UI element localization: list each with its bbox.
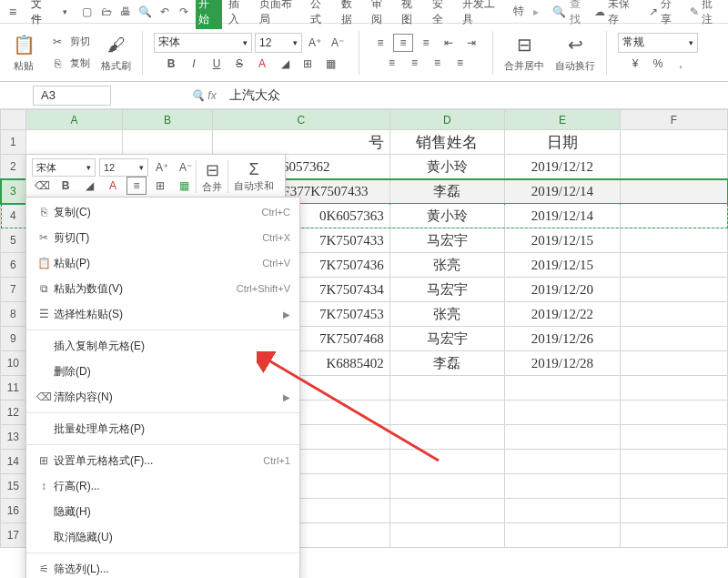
tab-overflow-icon[interactable]: ▸ [531, 4, 541, 20]
tab-devtools[interactable]: 开发工具 [460, 0, 508, 29]
qat-redo-icon[interactable]: ↷ [177, 4, 192, 20]
cell[interactable]: 2019/12/14 [504, 204, 620, 228]
menu-item[interactable]: 删除(D) [26, 359, 299, 384]
tab-view[interactable]: 视图 [399, 0, 425, 29]
tab-formula[interactable]: 公式 [308, 0, 334, 29]
cell[interactable]: 马宏宇 [389, 278, 504, 302]
mini-fontcolor-icon[interactable]: A [103, 177, 123, 195]
tab-home[interactable]: 开始 [196, 0, 222, 29]
cell[interactable]: 2019/12/15 [504, 253, 620, 278]
cell[interactable]: 2019/12/14 [504, 179, 620, 204]
row-header[interactable]: 13 [1, 425, 26, 450]
cell[interactable] [620, 302, 727, 327]
format-painter[interactable]: 🖌 格式刷 [97, 32, 135, 73]
formula-bar[interactable]: 上汽大众 [224, 87, 724, 104]
row-header[interactable]: 10 [1, 351, 26, 376]
align-top-icon[interactable]: ≡ [370, 34, 390, 52]
copy-icon[interactable]: ⎘ [47, 54, 67, 74]
cell[interactable] [620, 253, 727, 278]
cell[interactable] [504, 450, 620, 474]
comment-button[interactable]: ✎批注 [690, 0, 723, 27]
cell[interactable]: 2019/12/26 [504, 327, 620, 351]
merge-group[interactable]: ⊟ 合并居中 [500, 32, 548, 73]
qat-undo-icon[interactable]: ↶ [157, 4, 172, 20]
mini-autosum-button[interactable]: Σ自动求和 [228, 160, 279, 193]
cell[interactable]: 号 [212, 130, 389, 155]
col-header-E[interactable]: E [504, 110, 620, 130]
tab-layout[interactable]: 页面布局 [257, 0, 305, 29]
menu-item[interactable]: ⌫清除内容(N)▶ [26, 384, 299, 410]
cell[interactable] [620, 376, 727, 401]
cut-label[interactable]: 剪切 [70, 35, 90, 48]
cell[interactable]: 黄小玲 [389, 155, 504, 179]
cell[interactable]: 张亮 [389, 253, 504, 278]
paste-label[interactable]: 粘贴 [14, 59, 34, 73]
col-header-B[interactable]: B [123, 110, 213, 130]
row-header[interactable]: 5 [1, 228, 26, 253]
cell[interactable] [620, 474, 727, 499]
cell[interactable] [389, 401, 504, 425]
underline-button[interactable]: U [207, 55, 227, 73]
fx-icon[interactable]: 🔍 fx [191, 89, 217, 102]
cell[interactable] [620, 401, 727, 425]
cell[interactable] [389, 376, 504, 401]
number-format-select[interactable]: 常规▾ [618, 33, 698, 53]
align-right-icon[interactable]: ≡ [428, 54, 448, 72]
cell[interactable]: 李磊 [389, 179, 504, 204]
select-all-corner[interactable] [1, 110, 26, 130]
font-grow-icon[interactable]: A⁺ [305, 34, 325, 52]
cell[interactable]: 张亮 [389, 302, 504, 327]
align-justify-icon[interactable]: ≡ [450, 54, 470, 72]
cell[interactable]: 2019/12/22 [504, 302, 620, 327]
cell[interactable] [389, 474, 504, 499]
cell[interactable]: 日期 [504, 130, 620, 155]
cell[interactable] [620, 327, 727, 351]
cell[interactable] [389, 425, 504, 450]
row-header[interactable]: 14 [1, 450, 26, 474]
copy-label[interactable]: 复制 [70, 56, 90, 70]
mini-border-icon[interactable]: ⊞ [150, 177, 170, 195]
row-header[interactable]: 3 [1, 179, 26, 204]
row-header[interactable]: 9 [1, 327, 26, 351]
mini-align-icon[interactable]: ≡ [126, 177, 147, 195]
cell-style-icon[interactable]: ▦ [320, 55, 340, 73]
row-header[interactable]: 12 [1, 401, 26, 425]
menu-item[interactable]: 隐藏(H) [26, 499, 299, 524]
cell[interactable]: 2019/12/20 [504, 278, 620, 302]
col-header-D[interactable]: D [389, 110, 504, 130]
font-name-select[interactable]: 宋体▾ [154, 33, 252, 53]
row-header[interactable]: 1 [1, 130, 26, 155]
col-header-C[interactable]: C [212, 110, 389, 130]
menu-item[interactable]: ✂剪切(T)Ctrl+X [26, 225, 299, 250]
menu-item[interactable]: ⧉粘贴为数值(V)Ctrl+Shift+V [26, 276, 299, 301]
tab-data[interactable]: 数据 [339, 0, 365, 29]
cell[interactable] [504, 523, 620, 548]
paste-icon[interactable]: 📋 [11, 32, 36, 57]
menu-item[interactable]: ☰选择性粘贴(S)▶ [26, 301, 299, 327]
cell[interactable] [620, 499, 727, 523]
cell[interactable] [620, 155, 727, 179]
wrap-group[interactable]: ↩ 自动换行 [551, 32, 599, 73]
mini-fill-icon[interactable]: ◢ [79, 177, 99, 195]
row-header[interactable]: 2 [1, 155, 26, 179]
cell[interactable]: 2019/12/12 [504, 155, 620, 179]
row-header[interactable]: 4 [1, 204, 26, 228]
cell[interactable]: 2019/12/28 [504, 351, 620, 376]
row-header[interactable]: 15 [1, 474, 26, 499]
cell[interactable]: 李磊 [389, 351, 504, 376]
cell[interactable] [25, 130, 122, 155]
italic-button[interactable]: I [184, 55, 204, 73]
search-box[interactable]: 🔍 查找 [552, 0, 591, 27]
unsaved-indicator[interactable]: ☁未保存 [594, 0, 639, 27]
menu-item[interactable]: ⚟筛选列(L)... [26, 556, 299, 578]
col-header-A[interactable]: A [25, 110, 122, 130]
mini-clear-icon[interactable]: ⌫ [32, 177, 52, 195]
mini-font-shrink-icon[interactable]: A⁻ [176, 158, 196, 177]
cell[interactable] [504, 425, 620, 450]
mini-font-grow-icon[interactable]: A⁺ [152, 158, 172, 177]
file-dropdown-icon[interactable]: ▾ [63, 7, 67, 16]
cell[interactable]: 马宏宇 [389, 327, 504, 351]
share-button[interactable]: ↗分享 [649, 0, 682, 27]
fill-color-icon[interactable]: ◢ [275, 55, 295, 73]
font-size-select[interactable]: 12▾ [255, 33, 302, 53]
